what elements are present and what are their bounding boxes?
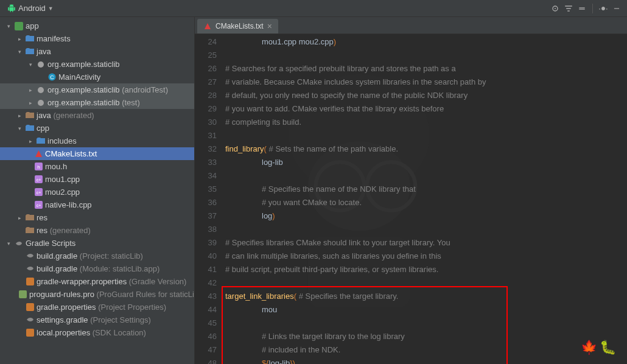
tree-node-res[interactable]: ▸ res [0,211,194,224]
tree-node-proguard[interactable]: proguard-rules.pro (ProGuard Rules for s… [0,288,194,301]
close-icon[interactable]: × [267,21,272,31]
gradle-file-icon [26,252,34,261]
tree-node-native-lib-cpp[interactable]: c+ native-lib.cpp [0,198,194,211]
target-icon[interactable] [550,3,561,14]
tree-node-mou1-cpp[interactable]: c+ mou1.cpp [0,173,194,186]
tree-node-gradle-properties[interactable]: gradle.properties (Project Properties) [0,301,194,313]
tree-node-package[interactable]: ▾ org.example.staticlib [0,58,194,71]
tree-node-mou-h[interactable]: h mou.h [0,160,194,173]
project-view-label: Android [18,4,46,13]
svg-point-1 [555,8,556,9]
svg-rect-3 [15,22,23,30]
chevron-right-icon: ▸ [16,36,23,42]
package-icon [37,60,45,69]
top-toolbar: Android ▼ [0,0,627,17]
tab-cmakelists[interactable]: CMakeLists.txt × [197,19,278,33]
tree-node-local-properties[interactable]: local.properties (SDK Location) [0,326,194,339]
tree-label: manifests [37,34,71,43]
tree-label: java (generated) [37,111,94,120]
code-content[interactable]: mou1.cpp mou2.cpp) # Searches for a spec… [225,34,627,364]
tree-label: CMakeLists.txt [45,149,97,158]
cpp-file-icon: c+ [34,188,43,197]
svg-text:c+: c+ [36,203,41,208]
gradle-file-icon [26,265,34,273]
tree-node-cpp[interactable]: ▾ cpp [0,122,194,135]
filter-icon[interactable] [563,3,574,14]
tree-node-manifests[interactable]: ▸ manifests [0,32,194,45]
tree-label: java [37,47,51,56]
properties-file-icon [26,329,34,337]
sticker-icon: 🍁 [581,340,597,355]
separator [592,4,593,13]
gear-icon[interactable] [598,3,609,14]
tree-node-build-gradle-module[interactable]: build.gradle (Module: staticLib.app) [0,262,194,275]
tree-node-package-test[interactable]: ▸ org.example.staticlib (test) [0,96,194,109]
chevron-right-icon: ▸ [16,113,23,119]
chevron-down-icon: ▾ [27,61,34,68]
tree-label: gradle.properties (Project Properties) [37,303,166,312]
tab-label: CMakeLists.txt [215,22,264,30]
tree-node-app[interactable]: ▾ app [0,19,194,32]
tree-node-build-gradle-project[interactable]: build.gradle (Project: staticLib) [0,250,194,262]
tree-label: org.example.staticlib [47,60,120,69]
svg-text:h: h [37,164,40,170]
tree-node-java[interactable]: ▾ java [0,45,194,58]
tree-node-gradle-scripts[interactable]: ▾ Gradle Scripts [0,237,194,250]
header-file-icon: h [34,163,43,171]
tree-label: Gradle Scripts [26,239,75,248]
tree-node-includes[interactable]: ▸ includes [0,135,194,147]
class-icon: C [47,73,56,82]
svg-point-7 [38,87,44,93]
chevron-right-icon: ▸ [16,215,23,221]
folder-icon [26,226,34,235]
tree-label: cpp [37,124,49,133]
code-editor[interactable]: 2425262728293031323334353637383940414243… [195,34,627,364]
tree-label: mou1.cpp [45,175,80,184]
tree-node-res-generated[interactable]: res (generated) [0,224,194,237]
folder-icon [26,214,34,222]
folder-icon [26,111,34,120]
tree-node-cmakelists[interactable]: CMakeLists.txt [0,147,194,160]
project-tree[interactable]: ▾ app ▸ manifests ▾ java ▾ org.example.s… [0,17,194,341]
tree-label: MainActivity [58,72,100,82]
sticker-icon: 🐛 [600,340,616,355]
tree-label: settings.gradle (Project Settings) [37,315,151,324]
cmake-icon [34,150,43,158]
chevron-down-icon: ▼ [48,5,54,12]
editor-area: CMakeLists.txt × 24252627282930313233343… [195,17,627,364]
tree-label: mou.h [45,162,67,171]
module-icon [15,22,23,30]
collapse-icon[interactable] [576,3,587,14]
folder-icon [26,124,34,133]
chevron-down-icon: ▾ [16,125,23,131]
properties-file-icon [26,303,34,312]
tree-node-package-androidtest[interactable]: ▸ org.example.staticlib (androidTest) [0,83,194,96]
properties-file-icon [26,278,34,286]
project-view-dropdown[interactable]: Android ▼ [5,2,56,14]
chevron-down-icon: ▾ [5,23,12,29]
cpp-file-icon: c+ [34,201,43,209]
gradle-file-icon [26,316,34,324]
tree-node-java-generated[interactable]: ▸ java (generated) [0,109,194,122]
file-icon [18,290,27,299]
tree-label: native-lib.cpp [45,200,92,209]
minimize-icon[interactable] [611,3,622,14]
folder-icon [26,35,34,43]
tree-node-mainactivity[interactable]: C MainActivity [0,71,194,83]
tree-node-settings-gradle[interactable]: settings.gradle (Project Settings) [0,313,194,326]
svg-point-4 [38,61,44,68]
package-icon [37,99,45,107]
tree-label: build.gradle (Module: staticLib.app) [37,264,159,273]
tree-label: mou2.cpp [45,187,80,197]
package-icon [37,86,45,94]
tree-label: includes [47,136,77,145]
tree-label: res [37,213,47,222]
cpp-file-icon: c+ [34,175,43,184]
chevron-down-icon: ▾ [5,240,12,247]
line-numbers: 2425262728293031323334353637383940414243… [195,34,225,364]
chevron-right-icon: ▸ [27,87,34,93]
tree-label: app [26,21,39,30]
tree-node-mou2-cpp[interactable]: c+ mou2.cpp [0,186,194,198]
tree-node-gradle-wrapper[interactable]: gradle-wrapper.properties (Gradle Versio… [0,275,194,288]
tree-label: proguard-rules.pro (ProGuard Rules for s… [29,290,195,299]
